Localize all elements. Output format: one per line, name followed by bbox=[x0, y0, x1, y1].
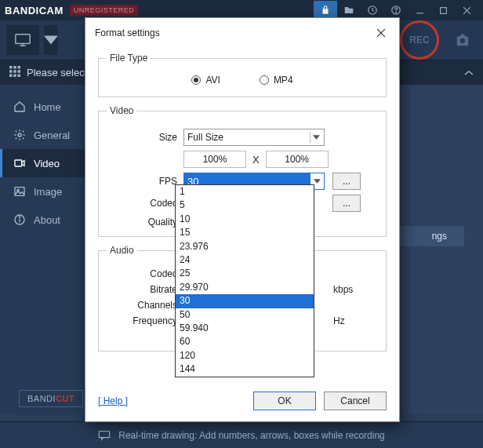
screenshot-button[interactable] bbox=[448, 26, 477, 54]
filetype-avi-radio[interactable]: AVI bbox=[191, 75, 220, 86]
radio-dot-icon bbox=[191, 75, 201, 85]
svg-rect-14 bbox=[9, 70, 13, 73]
fps-dropdown-list[interactable]: 15101523.976242529.970305059.94060120144… bbox=[175, 184, 314, 377]
dialog-close-button[interactable] bbox=[372, 24, 390, 42]
fps-option[interactable]: 120 bbox=[176, 349, 314, 362]
screen-mode-dropdown[interactable] bbox=[44, 25, 58, 55]
svg-rect-11 bbox=[9, 66, 13, 69]
cancel-button[interactable]: Cancel bbox=[324, 392, 387, 410]
maximize-button[interactable] bbox=[431, 1, 455, 20]
svg-rect-13 bbox=[18, 66, 21, 69]
record-label: REC bbox=[409, 35, 429, 46]
dialog-title: Format settings bbox=[95, 27, 160, 38]
size-label: Size bbox=[107, 132, 177, 143]
x-label: X bbox=[252, 154, 260, 166]
sidebar-item-home[interactable]: Home bbox=[0, 93, 85, 121]
sidebar-item-label: Image bbox=[34, 186, 62, 198]
fps-option[interactable]: 29.970 bbox=[176, 281, 314, 294]
minimize-button[interactable] bbox=[408, 1, 431, 20]
svg-rect-27 bbox=[100, 431, 110, 437]
svg-rect-17 bbox=[9, 75, 13, 78]
sidebar-item-image[interactable]: Image bbox=[0, 177, 85, 206]
svg-rect-18 bbox=[13, 75, 16, 78]
svg-rect-16 bbox=[18, 70, 21, 73]
fps-option[interactable]: 240 bbox=[176, 377, 314, 377]
codec-more-button[interactable]: ... bbox=[332, 195, 361, 212]
audio-codec-label: Codec bbox=[107, 268, 177, 279]
bitrate-label: Bitrate bbox=[107, 284, 177, 295]
fps-option[interactable]: 30 bbox=[176, 294, 314, 308]
channels-label: Channels bbox=[107, 300, 177, 311]
format-settings-dialog: Format settings File Type AVI MP4 Video … bbox=[85, 17, 400, 422]
height-percent[interactable]: 100% bbox=[266, 151, 329, 168]
svg-rect-21 bbox=[15, 160, 22, 166]
codec-label: Codec bbox=[107, 198, 177, 209]
svg-rect-15 bbox=[13, 70, 16, 73]
fps-option[interactable]: 144 bbox=[176, 362, 314, 376]
svg-rect-4 bbox=[440, 7, 446, 13]
unregistered-badge: UNREGISTERED bbox=[70, 5, 139, 16]
svg-rect-7 bbox=[16, 35, 30, 44]
video-legend: Video bbox=[107, 105, 136, 116]
fps-option[interactable]: 50 bbox=[176, 308, 314, 322]
chevron-down-icon bbox=[310, 132, 321, 143]
status-text: Real-time drawing: Add numbers, arrows, … bbox=[118, 430, 385, 441]
fps-option[interactable]: 1 bbox=[176, 185, 314, 199]
fps-option[interactable]: 23.976 bbox=[176, 240, 314, 253]
svg-rect-22 bbox=[15, 188, 24, 196]
fps-option[interactable]: 15 bbox=[176, 226, 314, 239]
sidebar-item-general[interactable]: General bbox=[0, 121, 85, 149]
svg-rect-19 bbox=[18, 75, 21, 78]
sidebar-item-label: General bbox=[34, 129, 70, 141]
brand: BANDICAM bbox=[5, 5, 64, 16]
sidebar: Home General Video Image About bbox=[0, 85, 85, 414]
bandicut-promo[interactable]: BANDICUT bbox=[19, 390, 83, 407]
sidebar-item-about[interactable]: About bbox=[0, 206, 85, 234]
fps-option[interactable]: 5 bbox=[176, 199, 314, 212]
chat-icon bbox=[98, 430, 111, 441]
svg-rect-12 bbox=[13, 66, 16, 69]
svg-point-2 bbox=[396, 12, 397, 13]
fps-more-button[interactable]: ... bbox=[332, 173, 361, 190]
ok-button[interactable]: OK bbox=[253, 392, 316, 410]
sidebar-item-label: About bbox=[34, 214, 60, 226]
sidebar-item-label: Video bbox=[34, 158, 60, 169]
filetype-legend: File Type bbox=[107, 53, 151, 64]
svg-point-26 bbox=[19, 217, 20, 217]
filetype-mp4-radio[interactable]: MP4 bbox=[260, 75, 293, 86]
close-button[interactable] bbox=[455, 1, 478, 20]
status-bar: Real-time drawing: Add numbers, arrows, … bbox=[0, 421, 483, 448]
fps-label: FPS bbox=[107, 176, 177, 187]
fps-option[interactable]: 60 bbox=[176, 335, 314, 348]
screen-mode-button[interactable] bbox=[6, 25, 39, 55]
sidebar-item-video[interactable]: Video bbox=[0, 149, 85, 177]
audio-legend: Audio bbox=[107, 245, 137, 256]
svg-point-10 bbox=[460, 38, 465, 43]
width-percent[interactable]: 100% bbox=[183, 151, 246, 168]
frequency-unit: Hz bbox=[333, 315, 345, 326]
bitrate-unit: kbps bbox=[333, 284, 353, 295]
fps-option[interactable]: 59.940 bbox=[176, 322, 314, 335]
settings-button-1[interactable]: ngs bbox=[415, 226, 464, 246]
sidebar-item-label: Home bbox=[34, 101, 61, 113]
quality-label: Quality bbox=[107, 217, 177, 228]
svg-point-20 bbox=[18, 133, 21, 137]
fps-option[interactable]: 24 bbox=[176, 253, 314, 267]
fps-option[interactable]: 10 bbox=[176, 213, 314, 226]
fps-option[interactable]: 25 bbox=[176, 267, 314, 280]
filetype-group: File Type AVI MP4 bbox=[98, 53, 387, 97]
radio-dot-icon bbox=[260, 75, 269, 85]
help-link[interactable]: [ Help ] bbox=[98, 395, 128, 406]
frequency-label: Frequency bbox=[107, 315, 177, 326]
record-button[interactable]: REC bbox=[400, 20, 439, 60]
grid-icon bbox=[9, 66, 20, 79]
chevron-up-icon bbox=[464, 67, 474, 78]
size-select[interactable]: Full Size bbox=[183, 129, 325, 146]
